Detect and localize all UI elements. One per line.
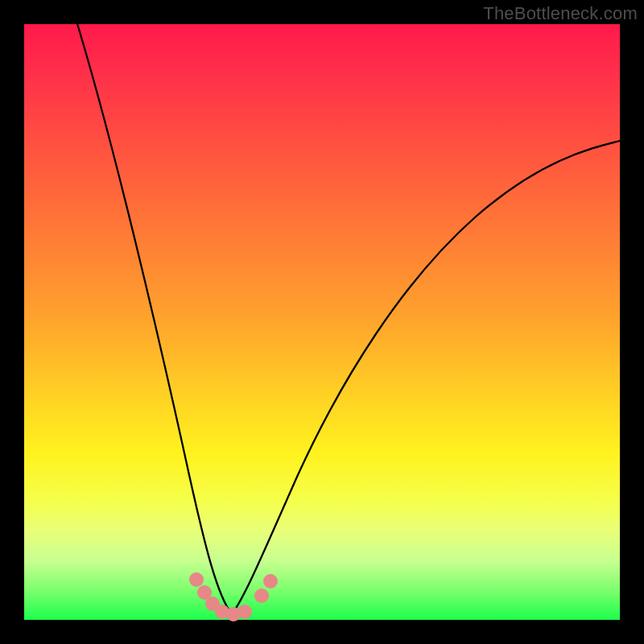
chart-stage: TheBottleneck.com left-branch right-bran…: [0, 0, 644, 644]
curve-right: [232, 141, 620, 614]
marker-dot: [189, 572, 204, 587]
chart-svg: [24, 24, 620, 620]
marker-dot: [237, 605, 252, 619]
marker-dot: [254, 588, 269, 603]
watermark-text: TheBottleneck.com: [483, 3, 638, 24]
curve-left: [72, 8, 232, 614]
plot-area: [24, 24, 620, 620]
series-name-1: right-branch: [3, 633, 42, 641]
marker-dot: [263, 574, 278, 588]
marker-group: [189, 572, 278, 621]
